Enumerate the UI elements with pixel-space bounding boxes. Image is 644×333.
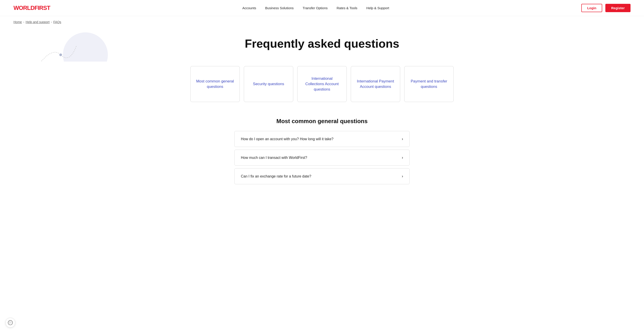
svg-point-0 [59, 54, 62, 56]
breadcrumb: Home › Help and support › FAQs [0, 16, 644, 28]
faq-chevron-icon-2: › [402, 174, 403, 179]
nav-item-help-&-support[interactable]: Help & Support [366, 6, 389, 10]
faq-question-2: Can I fix an exchange rate for a future … [241, 174, 311, 178]
login-button[interactable]: Login [581, 4, 602, 12]
header-actions: Login Register [581, 4, 630, 12]
category-card-4[interactable]: Payment and transfer questions [404, 66, 454, 102]
faq-item-0[interactable]: How do I open an account with you? How l… [234, 131, 410, 147]
logo[interactable]: WORLDFIRST [14, 4, 50, 12]
breadcrumb-sep1: › [23, 20, 24, 24]
register-button[interactable]: Register [605, 4, 630, 12]
faq-section: Most common general questions How do I o… [221, 113, 423, 200]
faq-question-1: How much can I transact with WorldFirst? [241, 156, 307, 160]
faq-section-title: Most common general questions [234, 118, 410, 125]
category-card-1[interactable]: Security questions [244, 66, 293, 102]
header: WORLDFIRST AccountsBusiness SolutionsTra… [0, 0, 644, 16]
faq-chevron-icon-1: › [402, 155, 403, 160]
breadcrumb-current[interactable]: FAQs [53, 20, 61, 24]
breadcrumb-sep2: › [51, 20, 52, 24]
main-nav: AccountsBusiness SolutionsTransfer Optio… [242, 6, 389, 10]
nav-item-rates-&-tools[interactable]: Rates & Tools [336, 6, 357, 10]
faq-item-1[interactable]: How much can I transact with WorldFirst?… [234, 150, 410, 166]
faq-list: How do I open an account with you? How l… [234, 131, 410, 184]
nav-item-business-solutions[interactable]: Business Solutions [265, 6, 294, 10]
faq-item-2[interactable]: Can I fix an exchange rate for a future … [234, 168, 410, 184]
breadcrumb-home[interactable]: Home [14, 20, 22, 24]
breadcrumb-help[interactable]: Help and support [26, 20, 50, 24]
faq-question-0: How do I open an account with you? How l… [241, 137, 334, 141]
category-card-0[interactable]: Most common general questions [190, 66, 240, 102]
category-card-3[interactable]: International Payment Account questions [351, 66, 400, 102]
nav-item-accounts[interactable]: Accounts [242, 6, 256, 10]
page-title: Frequently asked questions [14, 37, 630, 50]
category-cards: Most common general questionsSecurity qu… [0, 62, 644, 113]
hero-section: Frequently asked questions [0, 28, 644, 62]
category-card-2[interactable]: International Collections Account questi… [297, 66, 347, 102]
nav-item-transfer-options[interactable]: Transfer Options [303, 6, 328, 10]
faq-chevron-icon-0: › [402, 136, 403, 141]
